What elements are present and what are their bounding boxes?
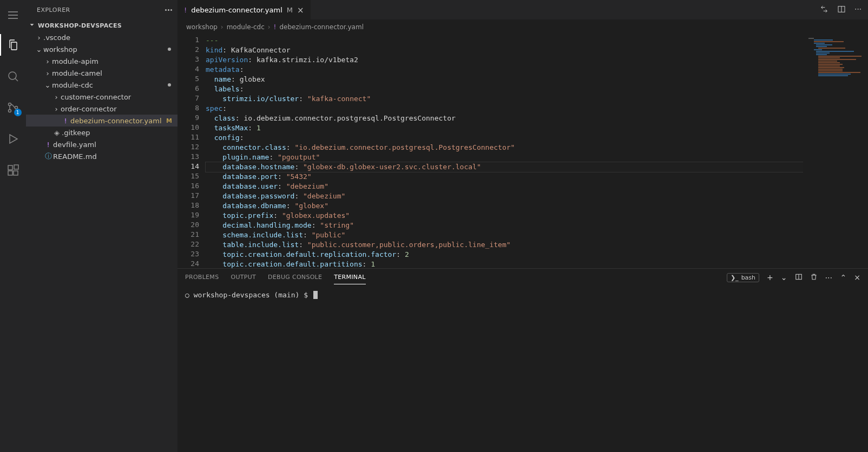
terminal-icon: ❯_ <box>731 274 739 281</box>
breadcrumb-item[interactable]: workshop <box>186 23 218 31</box>
tab-debezium[interactable]: ! debezium-connector.yaml M × <box>177 0 311 19</box>
tabs-bar: ! debezium-connector.yaml M × ⋯ <box>177 0 868 19</box>
folder-customer-connector[interactable]: ›customer-connector <box>26 91 177 103</box>
file-tree: ›.vscode ⌄workshop ›module-apim ›module-… <box>26 31 177 162</box>
sidebar-title: EXPLORER <box>26 0 177 19</box>
tab-debug-console[interactable]: DEBUG CONSOLE <box>268 270 322 284</box>
code-content[interactable]: ---kind: KafkaConnectorapiVersion: kafka… <box>206 35 868 268</box>
svg-rect-8 <box>8 165 12 170</box>
close-icon[interactable]: × <box>297 5 304 15</box>
tab-modified: M <box>287 6 293 14</box>
minimap[interactable] <box>803 35 868 268</box>
chevron-right-icon: › <box>268 23 271 31</box>
file-debezium-yaml[interactable]: !debezium-connector.yamlM <box>26 115 177 127</box>
explorer-sidebar: EXPLORER WORKSHOP-DEVSPACES ›.vscode ⌄wo… <box>26 0 177 452</box>
folder-order-connector[interactable]: ›order-connector <box>26 103 177 115</box>
trash-icon[interactable] <box>810 273 818 282</box>
sidebar-title-label: EXPLORER <box>37 6 70 14</box>
svg-line-4 <box>15 78 18 81</box>
panel: PROBLEMS OUTPUT DEBUG CONSOLE TERMINAL ❯… <box>177 268 868 452</box>
modified-dot-icon <box>168 48 171 51</box>
breadcrumb-item[interactable]: module-cdc <box>227 23 265 31</box>
split-editor-icon[interactable] <box>837 5 846 15</box>
folder-workshop[interactable]: ⌄workshop <box>26 43 177 55</box>
file-devfile[interactable]: !devfile.yaml <box>26 138 177 150</box>
panel-tabs: PROBLEMS OUTPUT DEBUG CONSOLE TERMINAL ❯… <box>177 269 868 287</box>
folder-module-camel[interactable]: ›module-camel <box>26 67 177 79</box>
tab-output[interactable]: OUTPUT <box>231 270 256 284</box>
tab-problems[interactable]: PROBLEMS <box>185 270 219 284</box>
yaml-file-icon: ! <box>274 23 277 31</box>
scm-badge: 1 <box>14 109 22 116</box>
scm-icon[interactable]: 1 <box>0 97 26 118</box>
svg-rect-9 <box>8 171 12 175</box>
chevron-right-icon: › <box>43 69 52 77</box>
panel-actions: ❯_bash + ⌄ ⋯ ⌃ × <box>727 273 860 282</box>
yaml-file-icon: ! <box>61 117 70 125</box>
folder-root-label: WORKSHOP-DEVSPACES <box>38 22 122 29</box>
extensions-icon[interactable] <box>0 159 26 181</box>
svg-point-3 <box>9 72 16 79</box>
yaml-file-icon: ! <box>43 141 53 149</box>
chevron-right-icon: › <box>43 57 52 65</box>
chevron-down-icon: ⌄ <box>35 45 43 54</box>
folder-root[interactable]: WORKSHOP-DEVSPACES <box>26 19 177 31</box>
more-icon[interactable]: ⋯ <box>854 5 862 15</box>
close-icon[interactable]: × <box>854 273 860 282</box>
chevron-right-icon: › <box>52 93 61 101</box>
modified-tag: M <box>166 117 173 124</box>
tab-terminal[interactable]: TERMINAL <box>334 270 365 284</box>
folder-module-apim[interactable]: ›module-apim <box>26 55 177 67</box>
file-icon: ◈ <box>52 129 62 137</box>
compare-icon[interactable] <box>820 5 828 15</box>
chevron-right-icon: › <box>221 23 223 31</box>
chevron-up-icon[interactable]: ⌃ <box>840 273 847 282</box>
run-debug-icon[interactable] <box>0 128 26 150</box>
search-icon[interactable] <box>0 65 26 87</box>
breadcrumbs[interactable]: workshop› module-cdc› ! debezium-connect… <box>177 19 868 35</box>
chevron-down-icon <box>28 21 36 30</box>
workbench: 1 EXPLORER WORKSHOP-DEVSPACES ›.vscode ⌄… <box>0 0 868 452</box>
chevron-right-icon: › <box>52 105 61 113</box>
activity-bar: 1 <box>0 0 26 452</box>
info-file-icon: ⓘ <box>43 151 53 161</box>
chevron-right-icon: › <box>35 34 43 42</box>
chevron-down-icon[interactable]: ⌄ <box>781 273 787 282</box>
tab-label: debezium-connector.yaml <box>191 6 282 14</box>
more-icon[interactable]: ⋯ <box>825 273 833 282</box>
folder-vscode[interactable]: ›.vscode <box>26 31 177 43</box>
tabs: ! debezium-connector.yaml M × <box>177 0 311 19</box>
chevron-down-icon: ⌄ <box>43 81 52 89</box>
file-gitkeep[interactable]: ◈.gitkeep <box>26 127 177 138</box>
file-readme[interactable]: ⓘREADME.md <box>26 150 177 162</box>
terminal-prompt: ○ workshop-devspaces (main) $ <box>185 291 312 299</box>
yaml-file-icon: ! <box>184 6 187 14</box>
terminal-cursor <box>313 291 318 299</box>
menu-icon[interactable] <box>0 5 26 24</box>
modified-dot-icon <box>168 83 171 87</box>
code-editor[interactable]: 123456789101112131415161718192021222324 … <box>177 35 868 268</box>
sidebar-more-icon[interactable] <box>165 9 172 11</box>
split-terminal-icon[interactable] <box>795 273 803 282</box>
svg-point-5 <box>8 103 11 106</box>
svg-rect-11 <box>14 165 18 169</box>
terminal[interactable]: ○ workshop-devspaces (main) $ <box>177 287 868 452</box>
tab-actions: ⋯ <box>820 5 868 15</box>
editor-area: ! debezium-connector.yaml M × ⋯ workshop… <box>177 0 868 452</box>
breadcrumb-item[interactable]: debezium-connector.yaml <box>279 23 364 31</box>
svg-rect-10 <box>14 171 18 175</box>
folder-module-cdc[interactable]: ⌄module-cdc <box>26 79 177 91</box>
line-numbers: 123456789101112131415161718192021222324 <box>177 35 206 268</box>
terminal-shell-select[interactable]: ❯_bash <box>727 273 759 282</box>
explorer-icon[interactable] <box>0 34 26 56</box>
svg-point-6 <box>8 110 11 112</box>
new-terminal-icon[interactable]: + <box>767 273 773 282</box>
